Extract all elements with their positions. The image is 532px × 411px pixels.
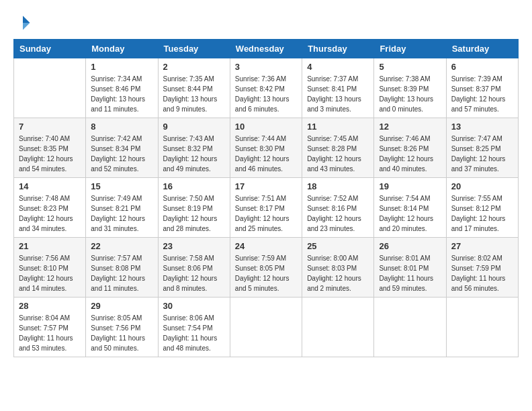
cell-info: Sunrise: 7:51 AMSunset: 8:17 PMDaylight:… bbox=[235, 193, 297, 234]
calendar-cell: 13Sunrise: 7:47 AMSunset: 8:25 PMDayligh… bbox=[446, 118, 518, 178]
day-number: 7 bbox=[19, 122, 81, 132]
cell-info: Sunrise: 7:55 AMSunset: 8:12 PMDaylight:… bbox=[451, 193, 513, 234]
day-number: 19 bbox=[379, 181, 441, 191]
cell-info: Sunrise: 8:02 AMSunset: 7:59 PMDaylight:… bbox=[451, 253, 513, 293]
cell-info: Sunrise: 7:35 AMSunset: 8:44 PMDaylight:… bbox=[163, 74, 225, 114]
cell-info: Sunrise: 7:47 AMSunset: 8:25 PMDaylight:… bbox=[451, 134, 513, 174]
day-number: 4 bbox=[307, 62, 369, 72]
day-number: 27 bbox=[451, 241, 513, 251]
cell-info: Sunrise: 7:34 AMSunset: 8:46 PMDaylight:… bbox=[91, 74, 152, 114]
cell-info: Sunrise: 8:00 AMSunset: 8:03 PMDaylight:… bbox=[307, 253, 369, 293]
calendar-cell: 20Sunrise: 7:55 AMSunset: 8:12 PMDayligh… bbox=[446, 178, 518, 238]
calendar-cell bbox=[446, 298, 518, 357]
calendar-cell: 12Sunrise: 7:46 AMSunset: 8:26 PMDayligh… bbox=[374, 118, 446, 178]
calendar-cell: 23Sunrise: 7:58 AMSunset: 8:06 PMDayligh… bbox=[158, 238, 230, 298]
calendar-cell: 30Sunrise: 8:06 AMSunset: 7:54 PMDayligh… bbox=[158, 298, 230, 357]
day-number: 8 bbox=[91, 122, 152, 132]
calendar-cell bbox=[230, 298, 302, 357]
logo bbox=[13, 13, 35, 32]
calendar-cell: 6Sunrise: 7:39 AMSunset: 8:37 PMDaylight… bbox=[446, 58, 518, 118]
header-friday: Friday bbox=[374, 40, 446, 58]
cell-info: Sunrise: 7:48 AMSunset: 8:23 PMDaylight:… bbox=[19, 193, 81, 234]
cell-info: Sunrise: 7:59 AMSunset: 8:05 PMDaylight:… bbox=[235, 253, 297, 293]
calendar-cell: 24Sunrise: 7:59 AMSunset: 8:05 PMDayligh… bbox=[230, 238, 302, 298]
calendar-cell: 7Sunrise: 7:40 AMSunset: 8:35 PMDaylight… bbox=[14, 118, 86, 178]
calendar-week-5: 28Sunrise: 8:04 AMSunset: 7:57 PMDayligh… bbox=[14, 298, 519, 357]
calendar-cell: 22Sunrise: 7:57 AMSunset: 8:08 PMDayligh… bbox=[86, 238, 158, 298]
day-number: 18 bbox=[307, 181, 369, 191]
cell-info: Sunrise: 7:39 AMSunset: 8:37 PMDaylight:… bbox=[451, 74, 513, 114]
header-wednesday: Wednesday bbox=[230, 40, 302, 58]
day-number: 22 bbox=[91, 241, 152, 251]
calendar-cell: 29Sunrise: 8:05 AMSunset: 7:56 PMDayligh… bbox=[86, 298, 158, 357]
svg-marker-1 bbox=[23, 23, 30, 30]
day-number: 2 bbox=[163, 62, 225, 72]
calendar-cell: 14Sunrise: 7:48 AMSunset: 8:23 PMDayligh… bbox=[14, 178, 86, 238]
calendar-cell: 15Sunrise: 7:49 AMSunset: 8:21 PMDayligh… bbox=[86, 178, 158, 238]
cell-info: Sunrise: 7:37 AMSunset: 8:41 PMDaylight:… bbox=[307, 74, 369, 114]
calendar-header-row: SundayMondayTuesdayWednesdayThursdayFrid… bbox=[14, 40, 519, 58]
day-number: 21 bbox=[19, 241, 81, 251]
page-header bbox=[13, 13, 519, 32]
calendar-cell: 1Sunrise: 7:34 AMSunset: 8:46 PMDaylight… bbox=[86, 58, 158, 118]
calendar-cell: 9Sunrise: 7:43 AMSunset: 8:32 PMDaylight… bbox=[158, 118, 230, 178]
calendar-cell: 4Sunrise: 7:37 AMSunset: 8:41 PMDaylight… bbox=[302, 58, 374, 118]
day-number: 28 bbox=[19, 301, 81, 311]
cell-info: Sunrise: 7:50 AMSunset: 8:19 PMDaylight:… bbox=[163, 193, 225, 234]
day-number: 29 bbox=[91, 301, 152, 311]
cell-info: Sunrise: 7:52 AMSunset: 8:16 PMDaylight:… bbox=[307, 193, 369, 234]
calendar-cell: 11Sunrise: 7:45 AMSunset: 8:28 PMDayligh… bbox=[302, 118, 374, 178]
calendar-cell: 25Sunrise: 8:00 AMSunset: 8:03 PMDayligh… bbox=[302, 238, 374, 298]
day-number: 16 bbox=[163, 181, 225, 191]
day-number: 10 bbox=[235, 122, 297, 132]
header-tuesday: Tuesday bbox=[158, 40, 230, 58]
calendar-week-4: 21Sunrise: 7:56 AMSunset: 8:10 PMDayligh… bbox=[14, 238, 519, 298]
header-saturday: Saturday bbox=[446, 40, 518, 58]
day-number: 13 bbox=[451, 122, 513, 132]
calendar-cell: 21Sunrise: 7:56 AMSunset: 8:10 PMDayligh… bbox=[14, 238, 86, 298]
calendar-week-3: 14Sunrise: 7:48 AMSunset: 8:23 PMDayligh… bbox=[14, 178, 519, 238]
day-number: 17 bbox=[235, 181, 297, 191]
day-number: 14 bbox=[19, 181, 81, 191]
day-number: 24 bbox=[235, 241, 297, 251]
day-number: 30 bbox=[163, 301, 225, 311]
cell-info: Sunrise: 7:38 AMSunset: 8:39 PMDaylight:… bbox=[379, 74, 441, 114]
day-number: 20 bbox=[451, 181, 513, 191]
cell-info: Sunrise: 8:06 AMSunset: 7:54 PMDaylight:… bbox=[163, 313, 225, 353]
cell-info: Sunrise: 7:45 AMSunset: 8:28 PMDaylight:… bbox=[307, 134, 369, 174]
calendar-cell bbox=[374, 298, 446, 357]
day-number: 26 bbox=[379, 241, 441, 251]
cell-info: Sunrise: 8:01 AMSunset: 8:01 PMDaylight:… bbox=[379, 253, 441, 293]
calendar-cell: 19Sunrise: 7:54 AMSunset: 8:14 PMDayligh… bbox=[374, 178, 446, 238]
cell-info: Sunrise: 7:46 AMSunset: 8:26 PMDaylight:… bbox=[379, 134, 441, 174]
cell-info: Sunrise: 7:43 AMSunset: 8:32 PMDaylight:… bbox=[163, 134, 225, 174]
calendar-cell: 18Sunrise: 7:52 AMSunset: 8:16 PMDayligh… bbox=[302, 178, 374, 238]
logo-icon bbox=[13, 13, 32, 32]
calendar-cell: 5Sunrise: 7:38 AMSunset: 8:39 PMDaylight… bbox=[374, 58, 446, 118]
day-number: 15 bbox=[91, 181, 152, 191]
cell-info: Sunrise: 7:56 AMSunset: 8:10 PMDaylight:… bbox=[19, 253, 81, 293]
svg-marker-0 bbox=[23, 16, 30, 24]
calendar-cell: 28Sunrise: 8:04 AMSunset: 7:57 PMDayligh… bbox=[14, 298, 86, 357]
calendar-cell: 3Sunrise: 7:36 AMSunset: 8:42 PMDaylight… bbox=[230, 58, 302, 118]
day-number: 11 bbox=[307, 122, 369, 132]
calendar-week-1: 1Sunrise: 7:34 AMSunset: 8:46 PMDaylight… bbox=[14, 58, 519, 118]
header-sunday: Sunday bbox=[14, 40, 86, 58]
calendar-week-2: 7Sunrise: 7:40 AMSunset: 8:35 PMDaylight… bbox=[14, 118, 519, 178]
cell-info: Sunrise: 7:49 AMSunset: 8:21 PMDaylight:… bbox=[91, 193, 152, 234]
cell-info: Sunrise: 8:05 AMSunset: 7:56 PMDaylight:… bbox=[91, 313, 152, 353]
calendar-table: SundayMondayTuesdayWednesdayThursdayFrid… bbox=[13, 39, 519, 357]
cell-info: Sunrise: 7:36 AMSunset: 8:42 PMDaylight:… bbox=[235, 74, 297, 114]
day-number: 5 bbox=[379, 62, 441, 72]
calendar-cell: 8Sunrise: 7:42 AMSunset: 8:34 PMDaylight… bbox=[86, 118, 158, 178]
calendar-cell: 17Sunrise: 7:51 AMSunset: 8:17 PMDayligh… bbox=[230, 178, 302, 238]
day-number: 9 bbox=[163, 122, 225, 132]
cell-info: Sunrise: 7:58 AMSunset: 8:06 PMDaylight:… bbox=[163, 253, 225, 293]
cell-info: Sunrise: 7:54 AMSunset: 8:14 PMDaylight:… bbox=[379, 193, 441, 234]
header-monday: Monday bbox=[86, 40, 158, 58]
day-number: 6 bbox=[451, 62, 513, 72]
day-number: 25 bbox=[307, 241, 369, 251]
day-number: 12 bbox=[379, 122, 441, 132]
cell-info: Sunrise: 7:40 AMSunset: 8:35 PMDaylight:… bbox=[19, 134, 81, 174]
header-thursday: Thursday bbox=[302, 40, 374, 58]
